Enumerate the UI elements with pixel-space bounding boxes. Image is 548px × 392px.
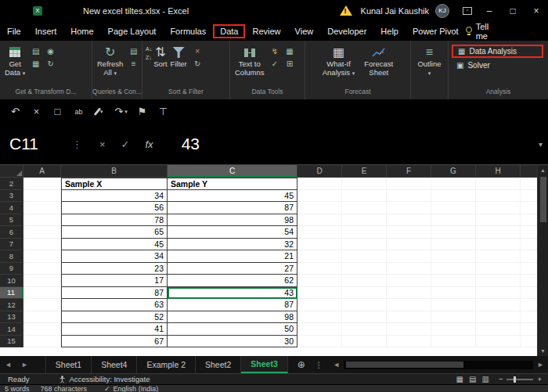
cell[interactable]: 23 (61, 263, 168, 275)
column-header-e[interactable]: E (342, 165, 387, 178)
zoom-slider[interactable] (507, 379, 533, 380)
scroll-down-icon[interactable]: ▼ (540, 346, 546, 356)
cell[interactable]: 21 (168, 250, 297, 263)
cell[interactable] (476, 202, 521, 214)
data-analysis-button[interactable]: ▦ Data Analysis (452, 45, 543, 58)
cell[interactable] (23, 323, 61, 336)
cell[interactable] (521, 190, 537, 203)
cell[interactable] (297, 178, 342, 190)
cell[interactable] (342, 239, 387, 251)
box-icon[interactable]: □ (47, 106, 68, 117)
text-to-columns-button[interactable]: Text to Columns (235, 45, 265, 77)
column-header-b[interactable]: B (61, 165, 168, 178)
cell[interactable] (521, 323, 537, 336)
row-header[interactable]: 12 (0, 299, 23, 311)
cell[interactable] (431, 226, 476, 239)
cell[interactable] (23, 190, 61, 203)
row-header[interactable]: 8 (0, 250, 23, 263)
cell[interactable] (476, 214, 521, 227)
cell[interactable]: 98 (168, 311, 297, 324)
cell[interactable] (297, 263, 342, 275)
cell[interactable] (476, 190, 521, 203)
cell[interactable] (387, 190, 431, 203)
cell[interactable]: 27 (168, 263, 297, 275)
cell[interactable]: 87 (61, 287, 168, 300)
expand-formula-bar-icon[interactable]: ▾ (539, 140, 543, 149)
properties-icon[interactable]: ≡ (128, 59, 139, 69)
sheet-menu-dots-icon[interactable]: ⋮ (315, 360, 323, 369)
cell[interactable] (297, 190, 342, 203)
cell[interactable] (431, 323, 476, 336)
cell[interactable] (476, 250, 521, 263)
column-header-f[interactable]: F (387, 165, 431, 178)
cell[interactable]: 52 (61, 311, 168, 324)
cell[interactable] (521, 226, 537, 239)
cell[interactable]: 17 (61, 275, 168, 287)
cell[interactable] (342, 190, 387, 203)
cell[interactable] (431, 311, 476, 324)
cell[interactable] (387, 178, 431, 190)
text-ab-icon[interactable]: ab (68, 108, 89, 116)
cell[interactable] (521, 202, 537, 214)
cell[interactable] (23, 311, 61, 324)
tab-review[interactable]: Review (245, 24, 287, 38)
cell[interactable]: 63 (61, 299, 168, 311)
tab-scroll-right-icon[interactable]: ► (16, 361, 33, 369)
cell[interactable] (297, 226, 342, 239)
cell[interactable] (387, 311, 431, 324)
cell[interactable] (387, 250, 431, 263)
cell[interactable]: 45 (168, 190, 297, 203)
cell[interactable] (23, 287, 61, 300)
cancel-icon[interactable]: × (26, 106, 47, 117)
tab-help[interactable]: Help (373, 24, 406, 38)
recent-sources-icon[interactable]: ↻ (45, 59, 56, 69)
cell[interactable] (431, 336, 476, 348)
data-validation-icon[interactable]: ✓ (269, 59, 281, 69)
cell[interactable] (23, 336, 61, 348)
maximize-button[interactable]: □ (501, 0, 525, 21)
selected-cell[interactable]: 43 (168, 287, 297, 300)
cell[interactable] (297, 323, 342, 336)
cell[interactable] (521, 250, 537, 263)
cell[interactable] (476, 239, 521, 251)
close-button[interactable]: × (525, 0, 548, 21)
cell[interactable] (342, 178, 387, 190)
cell[interactable] (476, 178, 521, 190)
cell[interactable] (521, 178, 537, 190)
cell[interactable] (387, 299, 431, 311)
sort-za-icon[interactable]: Z↓ (146, 55, 152, 61)
cell[interactable] (297, 299, 342, 311)
cell[interactable] (387, 275, 431, 287)
tab-home[interactable]: Home (63, 24, 100, 38)
cell[interactable]: 98 (168, 214, 297, 227)
cell[interactable] (387, 263, 431, 275)
cell[interactable] (387, 287, 431, 300)
cell[interactable] (521, 287, 537, 300)
undo-arrow-icon[interactable]: ↶ (5, 106, 26, 117)
cell[interactable] (521, 311, 537, 324)
sheet-tab-sheet2[interactable]: Sheet2 (196, 356, 241, 373)
clear-filter-icon[interactable]: × (192, 46, 204, 56)
cell[interactable] (23, 239, 61, 251)
cell[interactable] (297, 239, 342, 251)
consolidate-icon[interactable]: ⊞ (284, 59, 296, 69)
tab-scroll-left-icon[interactable]: ◄ (0, 361, 16, 369)
row-header[interactable]: 2 (0, 178, 23, 190)
filter-button[interactable]: Filter (171, 45, 187, 69)
cell[interactable] (342, 226, 387, 239)
add-sheet-icon[interactable]: ⊕ (297, 359, 305, 370)
row-header[interactable]: 7 (0, 239, 23, 251)
cell[interactable]: 87 (168, 202, 297, 214)
cell[interactable]: 45 (61, 239, 168, 251)
cell[interactable] (297, 202, 342, 214)
cell[interactable] (431, 287, 476, 300)
select-all-corner[interactable] (0, 165, 23, 178)
cell[interactable]: Sample X (61, 178, 168, 190)
tab-page-layout[interactable]: Page Layout (101, 24, 164, 38)
tell-me-button[interactable]: Tell me (466, 22, 499, 41)
cell[interactable] (521, 299, 537, 311)
cell[interactable] (342, 275, 387, 287)
cell[interactable] (342, 299, 387, 311)
cell[interactable] (297, 336, 342, 348)
row-header[interactable]: 6 (0, 226, 23, 239)
